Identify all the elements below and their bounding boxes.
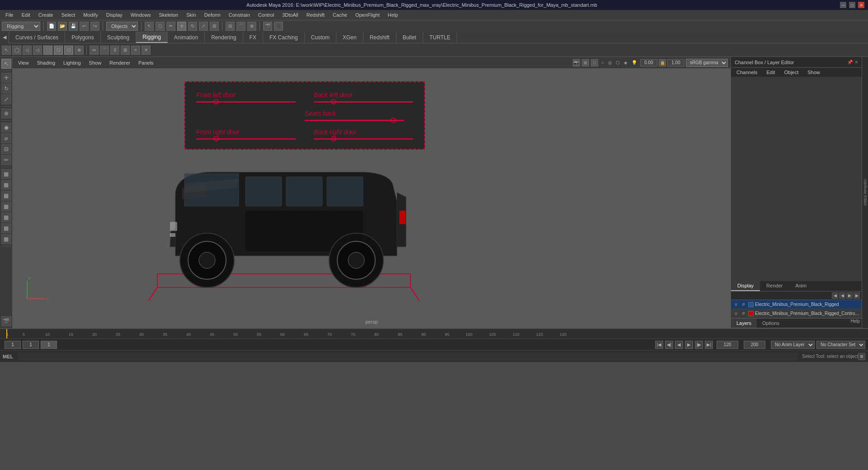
dra-tab-anim[interactable]: Anim xyxy=(789,281,813,291)
menu-skin[interactable]: Skin xyxy=(183,11,199,19)
anim-layer-dropdown[interactable]: No Anim Layer xyxy=(771,341,815,349)
lasso-tool-icon[interactable]: ◯ xyxy=(12,46,21,55)
frame-end-field[interactable]: 120 xyxy=(717,341,738,349)
transform-icon[interactable]: ⊞ xyxy=(210,22,219,31)
cb-tab-channels[interactable]: Channels xyxy=(733,69,761,76)
layer-icon-7[interactable]: ▦ xyxy=(1,234,11,244)
tab-redshift[interactable]: Redshift xyxy=(363,32,396,43)
tab-sculpting[interactable]: Sculpting xyxy=(101,32,136,43)
save-file-icon[interactable]: 💾 xyxy=(69,22,78,31)
bottom-icon[interactable]: 🎬 xyxy=(1,316,11,326)
close-button[interactable]: ✕ xyxy=(858,2,864,8)
seats-back-slider[interactable] xyxy=(305,120,404,121)
tab-bullet[interactable]: Bullet xyxy=(396,32,423,43)
back-left-door-slider[interactable] xyxy=(314,101,413,103)
transform-2-icon[interactable]: ⬚ xyxy=(43,46,52,55)
menu-file[interactable]: File xyxy=(2,11,17,19)
multi-icon[interactable]: ⬡ xyxy=(64,46,73,55)
right-panel-pin[interactable]: 📌 xyxy=(847,60,853,65)
vp-panels-menu[interactable]: Panels xyxy=(136,59,156,66)
menu-select[interactable]: Select xyxy=(58,11,79,19)
vp-sel-icon[interactable]: ○ xyxy=(600,60,605,65)
vp-input-1[interactable] xyxy=(640,59,657,66)
timeline-ruler[interactable]: 1 5 10 15 20 25 30 35 40 45 50 55 60 65 … xyxy=(0,329,868,338)
command-line[interactable] xyxy=(18,352,797,361)
back-left-door-thumb[interactable] xyxy=(331,99,336,104)
tab-fx[interactable]: FX xyxy=(243,32,263,43)
menu-deform[interactable]: Deform xyxy=(201,11,224,19)
layer-row-1[interactable]: V P Electric_Minibus_Premium_Black_Rigge… xyxy=(731,300,862,309)
step-fwd-btn[interactable]: |▶ xyxy=(695,341,703,349)
menu-3dtoall[interactable]: 3DtoAll xyxy=(278,11,302,19)
vp-renderer-menu[interactable]: Renderer xyxy=(107,59,133,66)
layer-scroll-right[interactable]: ▶ xyxy=(846,292,853,299)
ipr-icon[interactable]: 🎥 xyxy=(274,22,283,31)
layer-icon-1[interactable]: ▦ xyxy=(1,169,11,179)
show-manipulator[interactable]: ⊕ xyxy=(1,108,11,118)
collapse-button[interactable]: ◀ xyxy=(0,32,9,43)
layer-icon-6[interactable]: ▦ xyxy=(1,223,11,233)
tab-xgen[interactable]: XGen xyxy=(336,32,363,43)
layer-scroll-left[interactable]: ◀ xyxy=(832,292,838,299)
snap-grid-icon[interactable]: ⊟ xyxy=(226,22,235,31)
viewport[interactable]: View Shading Lighting Show Renderer Pane… xyxy=(13,57,731,328)
plus-icon[interactable]: + xyxy=(131,46,140,55)
right-panel-close[interactable]: ✕ xyxy=(854,60,858,65)
menu-openflight[interactable]: OpenFlight xyxy=(352,11,383,19)
layer-scroll-right2[interactable]: ▶ xyxy=(854,292,860,299)
frame-step-field[interactable]: 1 xyxy=(41,341,57,349)
soft-select-icon[interactable]: ◁ xyxy=(33,46,42,55)
snap-view-icon[interactable]: ⊞ xyxy=(121,46,130,55)
dra-tab-render[interactable]: Render xyxy=(760,281,789,291)
lattice-tool[interactable]: ⊟ xyxy=(1,144,11,154)
front-right-door-slider[interactable] xyxy=(196,138,296,140)
tab-fx-caching[interactable]: FX Caching xyxy=(263,32,305,43)
paint-icon[interactable]: ✏ xyxy=(166,22,175,31)
tab-curves-surfaces[interactable]: Curves / Surfaces xyxy=(9,32,65,43)
attribute-editor-tab[interactable]: Attribute Editor xyxy=(862,57,868,328)
rotate-icon[interactable]: ↻ xyxy=(188,22,197,31)
vp-light-icon[interactable]: 💡 xyxy=(630,60,638,65)
vp-smooth-icon[interactable]: ◈ xyxy=(623,60,629,65)
maximize-button[interactable]: □ xyxy=(849,2,855,8)
layer-tab-options[interactable]: Options xyxy=(757,319,785,328)
layer-scroll-left2[interactable]: ◀ xyxy=(839,292,845,299)
menu-control[interactable]: Control xyxy=(255,11,278,19)
tab-turtle[interactable]: TURTLE xyxy=(423,32,457,43)
scale-icon[interactable]: ⤢ xyxy=(199,22,208,31)
redo-icon[interactable]: ↪ xyxy=(90,22,99,31)
mode-dropdown[interactable]: Rigging Modeling Animation FX Rendering xyxy=(2,22,40,31)
vp-input-2[interactable] xyxy=(667,59,684,66)
snap-point-icon[interactable]: ⊕ xyxy=(247,22,256,31)
front-left-door-thumb[interactable] xyxy=(213,99,219,104)
character-set-dropdown[interactable]: No Character Set xyxy=(816,341,865,349)
vp-shading-menu[interactable]: Shading xyxy=(34,59,58,66)
cross-icon[interactable]: ✕ xyxy=(142,46,151,55)
step-back-btn[interactable]: ◀| xyxy=(665,341,673,349)
undo-icon[interactable]: ↩ xyxy=(80,22,89,31)
menu-create[interactable]: Create xyxy=(35,11,57,19)
frame-start-field[interactable]: 1 xyxy=(5,341,21,349)
tab-polygons[interactable]: Polygons xyxy=(65,32,100,43)
menu-edit[interactable]: Edit xyxy=(18,11,34,19)
minimize-button[interactable]: ─ xyxy=(840,2,846,8)
vp-frame-icon[interactable]: □ xyxy=(591,59,598,66)
menu-modify[interactable]: Modify xyxy=(80,11,101,19)
select-tool[interactable]: ↖ xyxy=(1,59,11,69)
render-icon[interactable]: 🎬 xyxy=(263,22,272,31)
vp-cam-icon[interactable]: 📷 xyxy=(573,59,580,66)
cb-tab-edit[interactable]: Edit xyxy=(763,69,778,76)
vp-lighting-menu[interactable]: Lighting xyxy=(61,59,84,66)
vp-show-menu[interactable]: Show xyxy=(86,59,104,66)
menu-cache[interactable]: Cache xyxy=(329,11,351,19)
current-frame-field[interactable]: 1 xyxy=(23,341,39,349)
max-frame-field[interactable]: 200 xyxy=(744,341,765,349)
go-to-start-btn[interactable]: |◀ xyxy=(655,341,663,349)
vp-iso-icon[interactable]: ◎ xyxy=(607,60,613,65)
back-right-door-thumb[interactable] xyxy=(331,136,336,141)
menu-display[interactable]: Display xyxy=(103,11,126,19)
vp-view-menu[interactable]: View xyxy=(15,59,32,66)
layer-row-2[interactable]: V P Electric_Minibus_Premium_Black_Rigge… xyxy=(731,309,862,318)
vp-grid-icon[interactable]: ⊞ xyxy=(582,59,589,66)
menu-redshift[interactable]: Redshift xyxy=(303,11,328,19)
